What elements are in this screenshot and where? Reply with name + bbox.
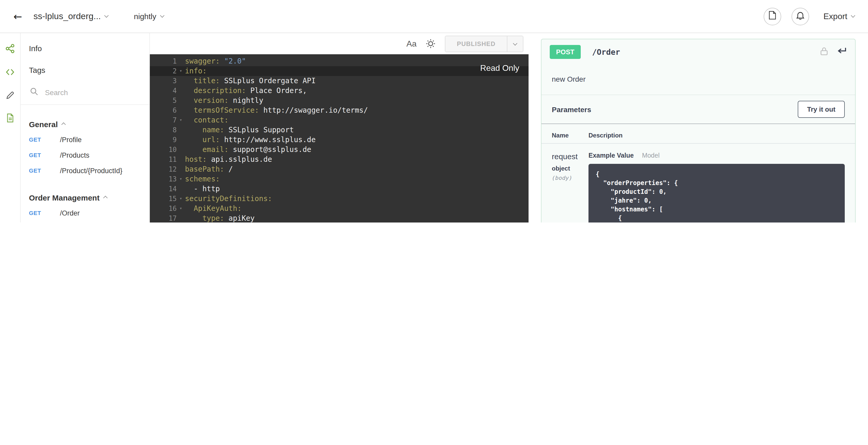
- line-number: 8: [150, 125, 177, 135]
- fold-gutter: [177, 56, 185, 66]
- line-number: 17: [150, 213, 177, 222]
- code-line: 2▾info:: [150, 66, 529, 76]
- sidebar-route-item[interactable]: GET/Profile: [21, 132, 149, 147]
- export-dropdown[interactable]: Export: [824, 11, 855, 21]
- fold-arrow-icon[interactable]: ▾: [177, 204, 185, 213]
- code-line: 5 version: nightly: [150, 96, 529, 106]
- sidebar-item-info[interactable]: Info: [21, 37, 149, 59]
- version-dropdown[interactable]: nightly: [134, 12, 163, 21]
- sidebar-route-item[interactable]: GET/Product/{ProductId}: [21, 163, 149, 178]
- route-method-label: GET: [29, 152, 60, 158]
- try-it-out-button[interactable]: Try it out: [798, 101, 845, 118]
- search-input[interactable]: [44, 88, 129, 97]
- opblock-header-icons: [820, 46, 847, 58]
- route-path-label: /Order: [60, 209, 149, 217]
- notifications-button[interactable]: [792, 7, 809, 25]
- code-line: 10 email: support@sslplus.de: [150, 145, 529, 154]
- api-name-dropdown[interactable]: ss-lplus_orderg...: [34, 11, 108, 22]
- chevron-down-icon: [513, 41, 518, 46]
- parameter-name-cell: request object (body): [552, 152, 588, 222]
- code-line: 1swagger: "2.0": [150, 56, 529, 66]
- code-line: 12basePath: /: [150, 165, 529, 174]
- sidebar-sections: GeneralGET/ProfileGET/ProductsGET/Produc…: [21, 116, 149, 222]
- route-method-label: GET: [29, 168, 60, 174]
- sidebar-route-item[interactable]: GET/Products: [21, 147, 149, 163]
- route-method-label: GET: [29, 210, 60, 216]
- api-name-label: ss-lplus_orderg...: [34, 11, 101, 22]
- top-bar-actions: Export: [764, 7, 855, 25]
- search-icon: [30, 87, 38, 98]
- back-button[interactable]: ←: [9, 8, 26, 25]
- fold-arrow-icon[interactable]: ▾: [177, 66, 185, 76]
- fold-arrow-icon[interactable]: ▾: [177, 115, 185, 125]
- sidebar-item-tags[interactable]: Tags: [21, 59, 149, 81]
- line-number: 2: [150, 66, 177, 76]
- line-number: 15: [150, 194, 177, 204]
- chevron-up-icon: [103, 196, 107, 200]
- document-page-icon[interactable]: [5, 113, 15, 123]
- opblock-header[interactable]: POST /Order: [541, 39, 855, 65]
- fold-gutter: [177, 165, 185, 174]
- theme-toggle-sun-icon[interactable]: [426, 39, 436, 49]
- tab-example-value[interactable]: Example Value: [588, 152, 634, 159]
- route-path-label: /Products: [60, 151, 149, 159]
- parameter-row: request object (body) Example Value Mode…: [541, 144, 855, 222]
- parameters-table-header: Name Description: [541, 124, 855, 144]
- published-button: PUBLISHED: [445, 36, 507, 52]
- code-line: 9 url: http://www.sslplus.de: [150, 135, 529, 145]
- font-size-button[interactable]: Aa: [406, 39, 416, 48]
- document-icon: [769, 11, 776, 22]
- parameter-name: request: [552, 152, 588, 161]
- lock-icon[interactable]: [820, 46, 828, 58]
- line-number: 6: [150, 106, 177, 115]
- parameters-title: Parameters: [552, 105, 591, 114]
- endpoint-path: /Order: [592, 47, 620, 57]
- icon-rail: [0, 33, 21, 222]
- read-only-badge: Read Only: [480, 64, 519, 73]
- fold-arrow-icon[interactable]: ▾: [177, 174, 185, 184]
- code-line: 8 name: SSLplus Support: [150, 125, 529, 135]
- example-model-tabs: Example Value Model: [588, 152, 845, 159]
- swaggerhub-app: ← ss-lplus_orderg... nightly Export: [0, 0, 868, 222]
- search-row: [21, 81, 149, 105]
- sidebar-section: GeneralGET/ProfileGET/ProductsGET/Produc…: [21, 116, 149, 178]
- code-line: 17 type: apiKey: [150, 213, 529, 222]
- fold-gutter: [177, 86, 185, 96]
- section-title[interactable]: Order Management: [21, 190, 149, 205]
- line-number: 4: [150, 86, 177, 96]
- line-number: 5: [150, 96, 177, 106]
- top-bar: ← ss-lplus_orderg... nightly Export: [0, 0, 868, 33]
- api-graph-icon[interactable]: [5, 43, 15, 54]
- code-line: 11host: api.sslplus.de: [150, 154, 529, 165]
- name-column-header: Name: [552, 132, 588, 139]
- code-line: 6 termsOfService: http://swagger.io/term…: [150, 106, 529, 115]
- nav-sidebar: Info Tags GeneralGET/ProfileGET/Products…: [21, 33, 150, 222]
- route-method-label: GET: [29, 137, 60, 143]
- sidebar-route-item[interactable]: POST/Order: [21, 221, 149, 222]
- code-line: 7▾ contact:: [150, 115, 529, 125]
- line-number: 10: [150, 145, 177, 154]
- opblock-post-order: POST /Order new Order Parameters Try i: [541, 39, 856, 222]
- fold-gutter: [177, 76, 185, 86]
- code-line: 4 description: Place Orders,: [150, 86, 529, 96]
- code-line: 3 title: SSLplus Ordergate API: [150, 76, 529, 86]
- section-title[interactable]: General: [21, 116, 149, 132]
- fold-gutter: [177, 135, 185, 145]
- edit-pencil-icon[interactable]: [5, 90, 15, 100]
- docs-link-button[interactable]: [764, 7, 781, 25]
- publish-menu-button[interactable]: [507, 36, 523, 52]
- chevron-down-icon: [160, 13, 164, 18]
- sidebar-section: Order ManagementGET/OrderPOST/OrderGET/O…: [21, 190, 149, 222]
- tab-model[interactable]: Model: [642, 152, 659, 159]
- fold-gutter: [177, 125, 185, 135]
- code-editor-area[interactable]: Read Only 1swagger: "2.0"2▾info:3 title:…: [150, 54, 529, 222]
- fold-arrow-icon[interactable]: ▾: [177, 194, 185, 204]
- line-number: 7: [150, 115, 177, 125]
- line-number: 12: [150, 165, 177, 174]
- return-arrow-icon[interactable]: [836, 47, 847, 57]
- sidebar-route-item[interactable]: GET/Order: [21, 205, 149, 221]
- version-label: nightly: [134, 12, 156, 21]
- code-icon[interactable]: [5, 67, 15, 77]
- docs-preview-panel: POST /Order new Order Parameters Try i: [529, 33, 868, 222]
- code-line: 14 - http: [150, 184, 529, 194]
